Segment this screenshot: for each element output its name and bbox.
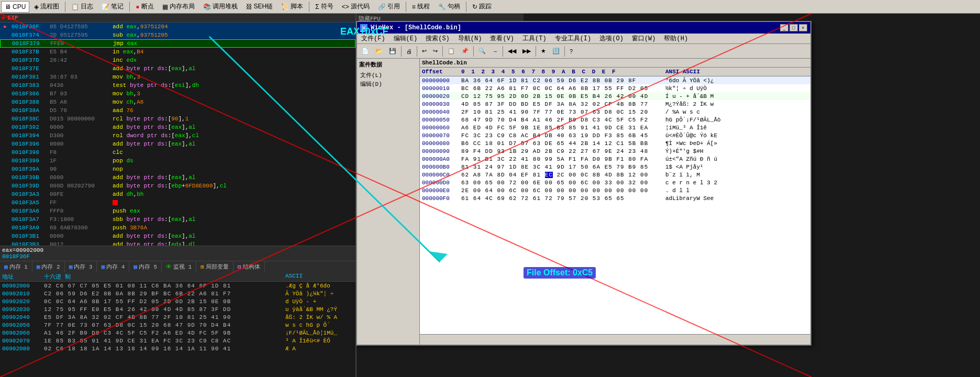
memory-button[interactable]: ▦ 内存布局 <box>159 1 198 13</box>
table-row[interactable]: 0018F3A5 FF <box>0 198 355 207</box>
winhex-nav-back-button[interactable]: ◀◀ <box>505 46 519 57</box>
locals-tab[interactable]: ⊞ 局部变量 <box>196 261 233 272</box>
mem-row[interactable]: 00902060 A1 46 2F B9 D8 C3 4C 5F C5 F2 A… <box>0 329 355 337</box>
handle-button[interactable]: 🔧 句柄 <box>435 1 464 13</box>
table-row[interactable]: 0018F39A 90 nop <box>0 165 355 173</box>
notes-button[interactable]: 📝 笔记 <box>98 1 127 13</box>
table-row[interactable]: 0018F3B3 0012 add byte ptr ds:[edx],dl <box>0 240 355 246</box>
table-row[interactable]: 0018F388 B5 A6 mov ch,A6 <box>0 98 355 106</box>
seh-button[interactable]: ⛓ SEH链 <box>242 1 277 13</box>
mem-row[interactable]: 00902000 02 C6 67 C7 05 E5 01 08 11 C6 B… <box>0 282 355 290</box>
menu-window[interactable]: 窗口(W) <box>628 34 660 44</box>
table-row[interactable]: 0018F3A6 FFF0 push eax <box>0 207 355 215</box>
ref-button[interactable]: 🔗 引用 <box>374 1 404 13</box>
table-row[interactable]: 0018F396 0000 add byte ptr ds:[eax],al <box>0 140 355 148</box>
table-row[interactable]: 0018F399 1F pop ds <box>0 157 355 165</box>
table-row[interactable]: 0018F38C D015 90000000 rcl byte ptr ds:[… <box>0 115 355 123</box>
table-row[interactable]: 0018F37B E5 B4 in eax,B4 <box>0 48 355 56</box>
table-row[interactable]: 0018F3A7 F3:1800 sbb byte ptr ds:[eax],a… <box>0 215 355 224</box>
winhex-print-button[interactable]: 🖨 <box>404 46 415 57</box>
winhex-copy-button[interactable]: 📋 <box>445 46 458 57</box>
cpu-button[interactable]: 🖥 CPU <box>1 1 29 13</box>
symbol-button[interactable]: Σ 符号 <box>311 1 337 13</box>
hex-row[interactable]: 000000F0 61 64 4C 69 62 72 61 72 79 57 2… <box>420 194 810 202</box>
winhex-nav-fwd-button[interactable]: ▶▶ <box>520 46 533 57</box>
table-row[interactable]: 0018F398 F8 clc <box>0 148 355 157</box>
mem-row[interactable]: 00902030 12 75 95 FF E0 E5 B4 26 42 00 4… <box>0 305 355 313</box>
winhex-find-button[interactable]: 🔍 <box>476 46 488 57</box>
hex-row[interactable]: 00000040 2F 10 81 25 41 90 7F 77 0E 73 0… <box>420 108 810 116</box>
script-button[interactable]: 📜 脚本 <box>277 1 307 13</box>
mem-tab-1[interactable]: ▦ 内存 1 <box>0 261 32 272</box>
mem-row[interactable]: 00902070 1E 85 B3 85 91 41 9D CE 31 EA F… <box>0 337 355 345</box>
menu-tools[interactable]: 工具(T) <box>518 34 551 44</box>
winhex-minimize-button[interactable]: _ <box>780 24 788 31</box>
winhex-calc-button[interactable]: 🔢 <box>550 46 562 57</box>
mem-tab-3[interactable]: ▦ 内存 3 <box>65 261 97 272</box>
table-row[interactable]: 0018F38A D5 76 aad 76 <box>0 106 355 115</box>
menu-view[interactable]: 查看(V) <box>486 34 518 44</box>
winhex-sidebar-edit[interactable]: 编辑(D) <box>359 80 417 88</box>
table-row[interactable]: ► 0018F36F 05 D4127595 add eax,93751204 <box>0 23 355 31</box>
winhex-paste-button[interactable]: 📌 <box>459 46 471 57</box>
mem-tab-4[interactable]: ▦ 内存 4 <box>97 261 129 272</box>
winhex-undo-button[interactable]: ↩ <box>419 46 429 57</box>
winhex-sidebar-file[interactable]: 文件(L) <box>359 71 417 80</box>
menu-edit[interactable]: 编辑(E) <box>389 34 422 44</box>
winhex-save-button[interactable]: 💾 <box>386 46 399 57</box>
hex-row[interactable]: 000000B0 81 31 24 97 1D 8E 3C 41 9D 17 5… <box>420 163 810 171</box>
menu-help[interactable]: 帮助(H) <box>660 34 692 44</box>
table-row[interactable]: 0018F37D 26:42 inc edx <box>0 56 355 64</box>
winhex-goto-button[interactable]: → <box>489 46 500 57</box>
mem-row[interactable]: 00902040 E5 DF 3A 8A 32 02 CF 4B 8B 77 2… <box>0 313 355 321</box>
mem-row[interactable]: 00902050 7F 77 0E 73 07 63 D8 0C 15 20 6… <box>0 321 355 329</box>
table-row[interactable]: 0018F37E add byte ptr ds:[eax],al <box>0 64 355 73</box>
flowchart-button[interactable]: ◈ 流程图 <box>30 1 63 13</box>
source-button[interactable]: <> 源代码 <box>338 1 373 13</box>
mem-tab-5[interactable]: ▦ 内存 5 <box>129 261 162 272</box>
winhex-open-button[interactable]: 📂 <box>373 46 385 57</box>
watch-tab-1[interactable]: 👁 监视 1 <box>162 261 196 272</box>
table-row[interactable]: 0018F374 2D 05127595 sub eax,93751205 <box>0 31 355 39</box>
table-row[interactable]: 0018F386 B7 03 mov bh,3 <box>0 90 355 98</box>
menu-search[interactable]: 搜索(S) <box>421 34 454 44</box>
mem-row[interactable]: 00902080 02 C6 18 18 1A 14 13 18 14 09 1… <box>0 345 355 352</box>
thread-button[interactable]: ≡ 线程 <box>408 1 433 13</box>
hex-row[interactable]: 00000020 CD 12 75 95 2D 0D 2B 15 0E 0B E… <box>420 92 810 100</box>
hex-row[interactable]: 000000E0 2E 00 64 00 6C 00 6C 00 00 00 0… <box>420 186 810 194</box>
table-row[interactable]: 0018F381 36:87 03 mov bh,3 <box>0 73 355 81</box>
table-row[interactable]: 0018F394 D300 rol dword ptr ds:[eax],cl <box>0 131 355 140</box>
breakpoint-button[interactable]: ● 断点 <box>132 1 157 13</box>
hex-row[interactable]: 000000C0 62 A8 7A 8D 04 EF 81 EC 2C 00 0… <box>420 171 810 179</box>
table-row[interactable]: 0018F39B 0000 add byte ptr ds:[eax],al <box>0 173 355 182</box>
table-row[interactable]: 0018F383 8436 test byte ptr ds:[esi],dh <box>0 81 355 90</box>
hex-row[interactable]: 00000090 89 F4 DD 93 1B 29 AD 2B C9 22 2… <box>420 147 810 155</box>
table-row[interactable]: 0018F3B1 0000 add byte ptr ds:[eax],al <box>0 232 355 240</box>
menu-options[interactable]: 选项(O) <box>595 34 628 44</box>
winhex-bookmark-button[interactable]: ★ <box>538 46 549 57</box>
winhex-redo-button[interactable]: ↪ <box>430 46 440 57</box>
table-row[interactable]: 0018F3A3 00FE add dh,bh <box>0 190 355 198</box>
hex-row[interactable]: 00000070 FC 3C 23 C9 C8 AC B4 DB 40 63 1… <box>420 131 810 139</box>
hex-row[interactable]: 00000050 68 47 9D 70 D4 B4 A1 46 2F B9 D… <box>420 116 810 124</box>
winhex-maximize-button[interactable]: □ <box>789 24 798 31</box>
hex-row[interactable]: 00000080 B6 CC 18 01 D7 57 63 DE 65 44 2… <box>420 139 810 147</box>
hex-row[interactable]: 000000D0 63 00 65 00 72 00 6E 00 65 00 6… <box>420 179 810 186</box>
hex-row[interactable]: 000000A0 FA 91 B1 3C 22 41 80 99 5A F1 F… <box>420 155 810 163</box>
callstack-button[interactable]: 📚 调用堆栈 <box>199 1 241 13</box>
trace-button[interactable]: ↻ 跟踪 <box>469 1 495 13</box>
table-row[interactable]: 0018F3A9 68 6AB70300 push 3B76A <box>0 224 355 232</box>
table-row[interactable]: 0018F379 FFE0 jmp eax <box>0 39 355 48</box>
hex-row[interactable]: 00000060 A6 ED 4D FC 5F 9B 1E 85 B3 85 9… <box>420 124 810 131</box>
log-button[interactable]: 📋 日志 <box>68 1 97 13</box>
table-row[interactable]: 0018F392 0000 add byte ptr ds:[eax],al <box>0 123 355 131</box>
winhex-new-button[interactable]: 📄 <box>359 46 372 57</box>
menu-nav[interactable]: 导航(N) <box>454 34 486 44</box>
winhex-close-button[interactable]: × <box>799 24 807 31</box>
table-row[interactable]: 0018F39D 008D 00202790 add byte ptr ds:[… <box>0 182 355 190</box>
struct-tab[interactable]: ⊟ 结构体 <box>233 261 265 272</box>
hex-row[interactable]: 00000010 BC 6B 22 A6 81 F7 0C 0C 64 A6 8… <box>420 84 810 92</box>
winhex-help-button[interactable]: ? <box>567 46 575 57</box>
hex-row[interactable]: 00000030 4D 85 87 3F DD BD E5 DF 3A 8A 3… <box>420 100 810 108</box>
menu-pro-tools[interactable]: 专业工具(I) <box>551 34 596 44</box>
